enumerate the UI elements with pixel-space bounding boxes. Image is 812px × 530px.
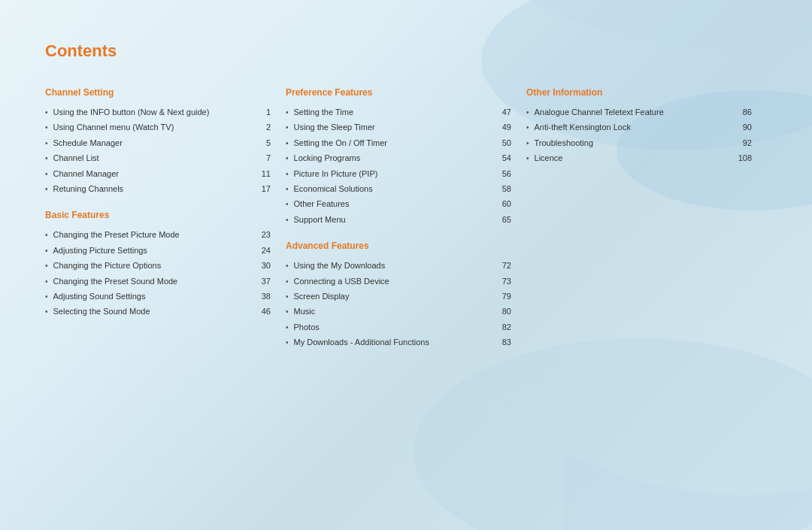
section-other-information: Other Information Analogue Channel Telet…	[526, 87, 752, 165]
list-item: Using Channel menu (Watch TV) 2	[45, 122, 271, 133]
list-item: Connecting a USB Device 73	[286, 276, 511, 287]
col-2: Preference Features Setting the Time 47 …	[286, 87, 526, 363]
section-preference-features: Preference Features Setting the Time 47 …	[286, 87, 511, 226]
list-item: Locking Programs 54	[286, 153, 511, 164]
list-item: Retuning Channels 17	[45, 183, 271, 195]
section-title-preference-features: Preference Features	[286, 87, 511, 98]
other-information-list: Analogue Channel Teletext Feature 86 Ant…	[526, 107, 752, 165]
section-channel-setting: Channel Setting Using the INFO button (N…	[45, 87, 271, 195]
basic-features-list: Changing the Preset Picture Mode 23 Adju…	[45, 229, 271, 317]
list-item: Adjusting Sound Settings 38	[45, 291, 271, 302]
list-item: My Downloads - Additional Functions 83	[286, 337, 511, 348]
list-item: Using the INFO button (Now & Next guide)…	[45, 107, 271, 118]
advanced-features-list: Using the My Downloads 72 Connecting a U…	[286, 260, 511, 348]
section-title-basic-features: Basic Features	[45, 210, 271, 220]
list-item: Troubleshooting 92	[526, 138, 752, 149]
section-title-channel-setting: Channel Setting	[45, 87, 271, 98]
list-item: Other Features 60	[286, 198, 511, 210]
list-item: Support Menu 65	[286, 214, 511, 226]
list-item: Setting the Time 47	[286, 107, 511, 118]
preference-features-list: Setting the Time 47 Using the Sleep Time…	[286, 107, 511, 226]
list-item: Picture In Picture (PIP) 56	[286, 168, 511, 180]
section-title-other-information: Other Information	[526, 87, 752, 98]
list-item: Selecting the Sound Mode 46	[45, 306, 271, 317]
list-item: Changing the Picture Options 30	[45, 260, 271, 271]
list-item: Screen Display 79	[286, 291, 511, 302]
section-basic-features: Basic Features Changing the Preset Pictu…	[45, 210, 271, 317]
list-item: Licence 108	[526, 153, 752, 164]
list-item: Channel Manager 11	[45, 168, 271, 180]
page-title: Contents	[45, 41, 767, 61]
list-item: Schedule Manager 5	[45, 138, 271, 149]
section-advanced-features: Advanced Features Using the My Downloads…	[286, 241, 511, 348]
channel-setting-list: Using the INFO button (Now & Next guide)…	[45, 107, 271, 195]
list-item: Using the My Downloads 72	[286, 260, 511, 271]
list-item: Anti-theft Kensington Lock 90	[526, 122, 752, 133]
section-title-advanced-features: Advanced Features	[286, 241, 511, 251]
list-item: Changing the Preset Sound Mode 37	[45, 276, 271, 287]
col-1: Channel Setting Using the INFO button (N…	[45, 87, 286, 363]
list-item: Economical Solutions 58	[286, 183, 511, 195]
list-item: Setting the On / Off Timer 50	[286, 138, 511, 149]
col-3: Other Information Analogue Channel Telet…	[526, 87, 767, 363]
list-item: Analogue Channel Teletext Feature 86	[526, 107, 752, 118]
list-item: Changing the Preset Picture Mode 23	[45, 229, 271, 241]
list-item: Using the Sleep Timer 49	[286, 122, 511, 133]
list-item: Photos 82	[286, 322, 511, 333]
list-item: Adjusting Picture Settings 24	[45, 245, 271, 256]
list-item: Channel List 7	[45, 153, 271, 164]
list-item: Music 80	[286, 306, 511, 317]
